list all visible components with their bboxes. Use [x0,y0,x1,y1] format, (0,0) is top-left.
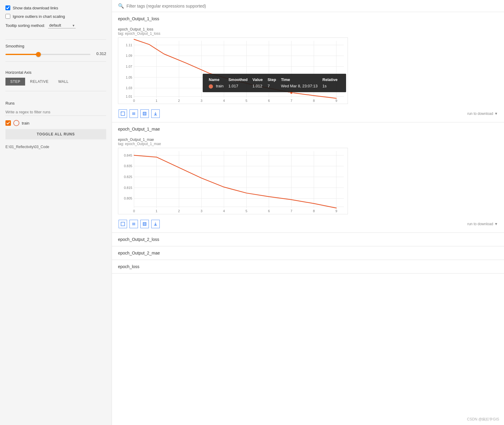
run-to-download-label-0: run to download [467,112,493,116]
smoothing-label: Smoothing [5,44,106,48]
collapsed-title-0: epoch_Output_2_loss [118,237,498,242]
filter-tags-input[interactable] [126,4,498,8]
haxis-step-button[interactable]: STEP [5,78,25,86]
svg-text:0.805: 0.805 [124,196,132,200]
ignore-outliers-checkbox[interactable] [5,14,10,19]
chart-toolbar-1: run to download ▼ [118,220,498,228]
run-to-download-label-1: run to download [467,222,493,226]
svg-rect-83 [143,222,146,225]
svg-text:5: 5 [246,99,247,102]
svg-text:1: 1 [155,99,157,102]
dropdown-arrow-1: ▼ [494,222,498,226]
divider-3 [5,91,106,91]
svg-text:3: 3 [201,209,202,213]
smoothing-slider[interactable] [5,54,90,55]
svg-text:0.845: 0.845 [124,154,132,157]
show-download-links-label[interactable]: Show data download links [13,6,58,10]
smoothing-slider-row: 0.312 [5,51,106,56]
svg-text:2: 2 [178,99,180,102]
menu-chart-button-0[interactable] [129,109,138,118]
collapsed-title-2: epoch_loss [118,264,498,269]
chart-toolbar-0: run to download ▼ [118,109,498,118]
haxis-relative-button[interactable]: RELATIVE [25,78,53,86]
collapsed-section-1: epoch_Output_2_mae [112,246,504,260]
fit-chart-button-0[interactable] [140,109,149,118]
run-checkbox[interactable] [5,120,11,126]
svg-text:4: 4 [223,209,225,213]
haxis-wall-button[interactable]: WALL [53,78,73,86]
toggle-all-runs-button[interactable]: TOGGLE ALL RUNS [5,129,106,139]
svg-text:5: 5 [246,209,247,213]
tooltip-sorting-select-wrap: default ascending descending nearest [48,22,76,28]
svg-rect-34 [121,112,125,115]
chart-meta-0: epoch_Output_1_loss tag: epoch_Output_1_… [118,27,498,36]
sidebar: Show data download links Ignore outliers… [0,0,112,425]
search-icon: 🔍 [118,3,124,9]
svg-text:0.815: 0.815 [124,186,132,190]
chart-area-0[interactable]: 1.11 1.09 1.07 1.05 1.03 1.01 [118,37,354,107]
svg-rect-47 [119,148,347,214]
run-to-download-button-1[interactable]: run to download ▼ [467,222,498,226]
svg-text:1.09: 1.09 [126,54,132,57]
run-name: train [22,121,29,125]
menu-chart-button-1[interactable] [129,220,138,228]
filter-runs-input[interactable] [5,109,106,116]
download-chart-button-0[interactable] [151,109,160,118]
haxis-buttons: STEP RELATIVE WALL [5,78,106,86]
svg-text:7: 7 [290,99,292,102]
chart-meta-1: epoch_Output_1_mae tag: epoch_Output_1_m… [118,138,498,146]
divider-1 [5,39,106,40]
svg-text:0.825: 0.825 [124,175,132,179]
chart-title-1: epoch_Output_1_mae [118,138,154,142]
filter-bar: 🔍 [112,0,504,12]
collapsed-section-0: epoch_Output_2_loss [112,233,504,246]
ignore-outliers-label[interactable]: Ignore outliers in chart scaling [13,14,65,19]
tooltip-sorting-label: Tooltip sorting method: [5,23,45,28]
run-color-dot[interactable] [13,120,19,126]
svg-text:3: 3 [201,99,202,102]
show-download-links-checkbox[interactable] [5,5,10,10]
svg-text:9: 9 [335,99,337,102]
svg-text:1.01: 1.01 [126,95,132,98]
svg-rect-40 [143,112,146,115]
svg-text:9: 9 [335,209,337,213]
svg-text:1: 1 [155,209,157,213]
smoothing-value: 0.312 [94,51,106,56]
smoothing-slider-wrap [5,51,90,56]
chart-tag-1: tag: epoch_Output_1_mae [118,142,161,146]
tooltip-sorting-select[interactable]: default ascending descending nearest [48,22,76,28]
svg-text:6: 6 [268,99,270,102]
svg-rect-0 [119,38,347,104]
svg-text:0: 0 [133,209,135,213]
fit-chart-button-1[interactable] [140,220,149,228]
chart-section-0: epoch_Output_1_loss epoch_Output_1_loss … [112,12,504,122]
dropdown-arrow-0: ▼ [494,112,498,116]
chart-title-0: epoch_Output_1_loss [118,27,153,31]
divider-2 [5,61,106,62]
svg-text:1.07: 1.07 [126,65,132,68]
svg-text:0: 0 [133,99,135,102]
chart-svg-1: 0.845 0.835 0.825 0.815 0.805 [118,148,348,214]
svg-text:2: 2 [178,209,180,213]
expand-chart-button-1[interactable] [119,220,127,228]
expand-chart-button-0[interactable] [119,109,127,118]
svg-text:1.03: 1.03 [126,86,132,90]
chart-section-title-0: epoch_Output_1_loss [112,12,504,24]
download-chart-button-1[interactable] [151,220,160,228]
svg-text:7: 7 [290,209,292,213]
tooltip-sorting-row: Tooltip sorting method: default ascendin… [5,22,106,28]
svg-rect-79 [121,222,125,226]
svg-point-23 [290,91,293,94]
path-text: E:\01_Reflectivity\03_Code [5,145,106,149]
chart-svg-0: 1.11 1.09 1.07 1.05 1.03 1.01 [118,37,348,104]
runs-label: Runs [5,101,106,105]
chart-area-1[interactable]: 0.845 0.835 0.825 0.815 0.805 [118,148,354,217]
svg-text:0.835: 0.835 [124,164,132,168]
chart-section-1: epoch_Output_1_mae epoch_Output_1_mae ta… [112,122,504,233]
svg-text:1.11: 1.11 [126,43,132,47]
run-to-download-button-0[interactable]: run to download ▼ [467,112,498,116]
chart-container-0: epoch_Output_1_loss tag: epoch_Output_1_… [112,24,504,122]
haxis-label: Horizontal Axis [5,70,106,75]
collapsed-title-1: epoch_Output_2_mae [118,251,498,255]
chart-tag-0: tag: epoch_Output_1_loss [118,31,160,36]
